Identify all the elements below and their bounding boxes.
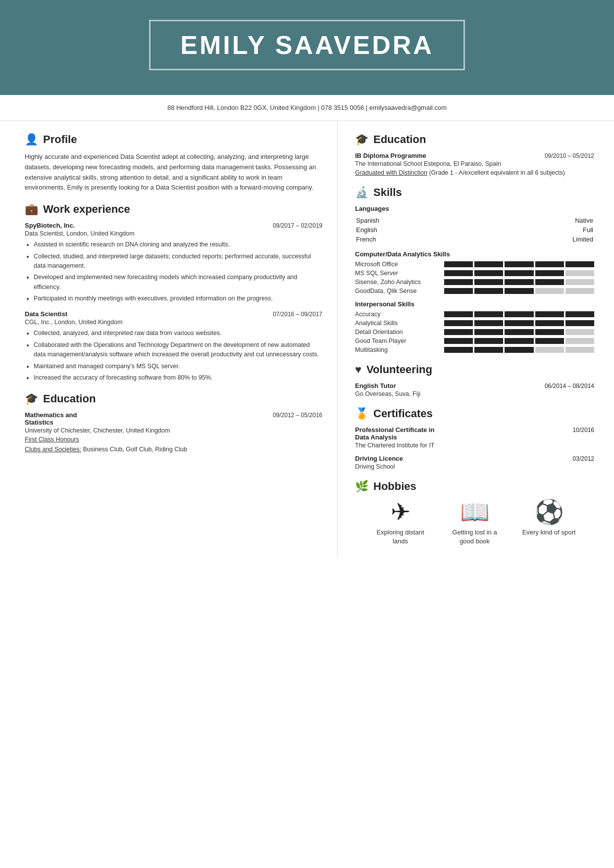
sport-label: Every kind of sport <box>522 528 576 537</box>
job-2-header: Data Scientist 07/2016 – 09/2017 <box>25 310 322 318</box>
hobbies-container: ✈ Exploring distant lands 📖 Getting lost… <box>355 500 594 546</box>
travel-icon: ✈ <box>391 500 410 524</box>
skill-label: GoodData, Qlik Sense <box>355 288 439 294</box>
cert-entry-2: Driving Licence 03/2012 Driving School <box>355 455 594 470</box>
main-content: 👤 Profile Highly accurate and experience… <box>0 121 614 558</box>
job-2-bullet-4: Increased the accuracy of forecasting so… <box>34 373 322 383</box>
work-experience-section-title: 💼 Work experience <box>25 203 322 216</box>
languages-label: Languages <box>355 205 594 212</box>
skill-bar <box>444 329 594 335</box>
job-2-bullet-1: Collected, analyzed, and interpreted raw… <box>34 329 322 338</box>
edu-right-date: 09/2010 – 05/2012 <box>545 152 594 159</box>
edu-left-degree: Mathematics andStatistics <box>25 411 77 426</box>
vol-title: English Tutor <box>355 382 396 389</box>
contact-address: 88 Hendford Hill, London B22 0GX, United… <box>167 104 316 111</box>
contact-email: emilysaavedra@gmail.com <box>369 104 447 111</box>
reading-icon: 📖 <box>460 500 490 524</box>
lang-1-name: Spanish <box>356 216 481 225</box>
edu-right-header: IB Diploma Programme 09/2010 – 05/2012 <box>355 152 594 159</box>
volunteering-title-text: Volunteering <box>366 363 432 376</box>
skill-label: MS SQL Server <box>355 270 439 277</box>
job-2-company: Data Scientist <box>25 310 67 318</box>
job-1-subtitle: Data Scientist, London, United Kingdom <box>25 230 322 237</box>
profile-icon: 👤 <box>25 133 38 146</box>
hobbies-icon: 🌿 <box>355 480 368 493</box>
education-left-section-title: 🎓 Education <box>25 392 322 405</box>
computer-skill-row: GoodData, Qlik Sense <box>355 288 594 294</box>
skills-icon: 🔬 <box>355 186 368 199</box>
cert-1-date: 10/2016 <box>573 427 594 434</box>
interpersonal-skill-row: Good Team Player <box>355 338 594 344</box>
education-left-title-text: Education <box>43 392 96 405</box>
work-title-text: Work experience <box>43 203 130 216</box>
hobby-travel: ✈ Exploring distant lands <box>371 500 430 546</box>
cert-1-org: The Chartered Institute for IT <box>355 442 594 449</box>
computer-skill-row: MS SQL Server <box>355 270 594 277</box>
lang-row-3: French Limited <box>356 235 593 243</box>
edu-left-institution: University of Chichester, Chichester, Un… <box>25 427 322 434</box>
lang-2-level: Full <box>482 226 593 234</box>
skill-bar <box>444 261 594 267</box>
volunteering-icon: ♥ <box>355 363 361 376</box>
education-right-title-text: Education <box>373 133 426 146</box>
computer-skill-row: Microsoft Office <box>355 261 594 268</box>
languages-table: Spanish Native English Full French Limit… <box>355 215 594 244</box>
job-2: Data Scientist 07/2016 – 09/2017 CGL, In… <box>25 310 322 383</box>
computer-skill-row: Sisense, Zoho Analytics <box>355 279 594 286</box>
skill-bar <box>444 347 594 353</box>
profile-title-text: Profile <box>43 133 77 146</box>
skill-bar <box>444 279 594 285</box>
job-1-bullet-4: Participated in monthly meetings with ex… <box>34 294 322 303</box>
lang-2-name: English <box>356 226 481 234</box>
volunteering-entry-1: English Tutor 06/2014 – 08/2014 Go Overs… <box>355 382 594 397</box>
job-1-date: 09/2017 – 02/2019 <box>273 222 322 229</box>
profile-text: Highly accurate and experienced Data Sci… <box>25 152 322 193</box>
cert-2-title: Driving Licence <box>355 455 403 462</box>
reading-label: Getting lost in a good book <box>445 528 505 546</box>
header-section: EMILY SAAVEDRA <box>0 0 614 95</box>
volunteering-section-title: ♥ Volunteering <box>355 363 594 376</box>
edu-right-degree: IB Diploma Programme <box>355 152 426 159</box>
certificates-title-text: Certificates <box>373 407 433 420</box>
skill-bar <box>444 311 594 317</box>
education-right-section-title: 🎓 Education <box>355 133 594 146</box>
edu-left-clubs: Clubs and Societies: Business Club, Golf… <box>25 446 322 453</box>
skill-label: Multitasking <box>355 346 439 353</box>
cert-2-date: 03/2012 <box>573 455 594 462</box>
skills-section-title: 🔬 Skills <box>355 186 594 199</box>
left-column: 👤 Profile Highly accurate and experience… <box>0 121 338 558</box>
work-icon: 💼 <box>25 203 38 216</box>
certificates-section-title: 🏅 Certificates <box>355 407 594 420</box>
computer-skills-label: Computer/Data Analytics Skills <box>355 250 594 258</box>
job-2-bullet-2: Collaborated with the Operations and Tec… <box>34 340 322 360</box>
travel-label: Exploring distant lands <box>371 528 430 546</box>
hobbies-title-text: Hobbies <box>373 480 416 493</box>
job-1-bullet-1: Assisted in scientific research on DNA c… <box>34 240 322 249</box>
skill-bar <box>444 320 594 326</box>
education-right-entry-1: IB Diploma Programme 09/2010 – 05/2012 T… <box>355 152 594 176</box>
interpersonal-skill-row: Accuracy <box>355 311 594 318</box>
edu-right-institution: The International School Estepona, El Pa… <box>355 160 594 167</box>
interpersonal-skill-row: Multitasking <box>355 346 594 353</box>
skill-label: Accuracy <box>355 311 439 318</box>
job-1-bullets: Assisted in scientific research on DNA c… <box>25 240 322 303</box>
edu-left-header: Mathematics andStatistics 09/2012 – 05/2… <box>25 411 322 426</box>
interpersonal-skills-bars: AccuracyAnalytical SkillsDetail Orientat… <box>355 311 594 353</box>
education-left-entry-1: Mathematics andStatistics 09/2012 – 05/2… <box>25 411 322 453</box>
skill-label: Good Team Player <box>355 338 439 344</box>
education-left-icon: 🎓 <box>25 392 38 405</box>
lang-1-level: Native <box>482 216 593 225</box>
contact-separator2: | <box>366 104 369 111</box>
job-1-bullet-3: Developed and implemented new forecastin… <box>34 273 322 292</box>
skills-title-text: Skills <box>373 186 402 199</box>
hobbies-section-title: 🌿 Hobbies <box>355 480 594 493</box>
computer-skills-bars: Microsoft OfficeMS SQL ServerSisense, Zo… <box>355 261 594 294</box>
cert-1-header: Professional Certificate inData Analysis… <box>355 426 594 441</box>
candidate-name: EMILY SAAVEDRA <box>180 30 434 60</box>
edu-right-note: Graduated with Distinction (Grade 1 - A/… <box>355 169 594 176</box>
sport-icon: ⚽ <box>534 500 564 524</box>
lang-row-2: English Full <box>356 226 593 234</box>
hobby-reading: 📖 Getting lost in a good book <box>445 500 505 546</box>
lang-row-1: Spanish Native <box>356 216 593 225</box>
skill-bar <box>444 270 594 276</box>
